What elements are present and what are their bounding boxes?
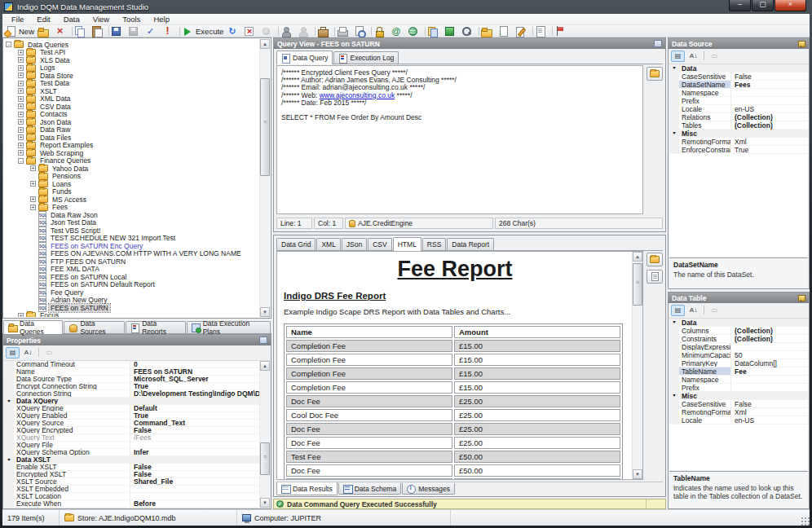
toolbar-button[interactable] (297, 25, 314, 37)
scrollbar-thumb[interactable] (633, 263, 642, 306)
toolbar-button[interactable]: New (4, 25, 37, 37)
property-row[interactable]: ▾ Namespace (669, 89, 808, 97)
tree-item[interactable]: + CSV Data (4, 103, 259, 111)
property-value[interactable]: Fees (731, 81, 808, 89)
menu-item[interactable]: Tools (116, 15, 147, 24)
tree-item[interactable]: + Data Raw (4, 126, 259, 134)
results-format-tab[interactable]: JSon (342, 238, 367, 250)
scroll-up-arrow-icon[interactable]: ▲ (260, 39, 270, 49)
property-value[interactable]: (Collection) (731, 121, 808, 130)
categorized-view-button[interactable]: ▤ (6, 347, 20, 359)
tree-item[interactable]: + Logs (4, 64, 259, 73)
property-row[interactable]: ▾ XQuery Text /Fees (4, 434, 259, 442)
toolbar-button[interactable] (161, 25, 179, 37)
tree-item[interactable]: TEST SCHEDULE NEW 321 Import Test (4, 235, 259, 243)
results-format-tab[interactable]: RSS (422, 238, 446, 250)
report-scrollbar[interactable]: ▲ ▼ (632, 252, 642, 479)
toolbar-button[interactable] (461, 25, 478, 37)
maximize-button[interactable]: ▢ (752, 0, 774, 11)
property-row[interactable]: ▾ XSLT Embedded (4, 486, 259, 493)
left-panel-tab[interactable]: Data Reports (126, 321, 185, 333)
property-row[interactable]: ▾ RemotingFormat Xml (669, 138, 808, 146)
tree-item[interactable]: + Test Data (4, 80, 259, 88)
toolbar-button[interactable] (514, 25, 532, 37)
tree-expander-icon[interactable]: + (18, 150, 24, 156)
toolbar-button[interactable] (90, 25, 108, 37)
toolbar-button[interactable] (497, 25, 514, 37)
property-value[interactable]: (Collection) (731, 327, 808, 335)
tree-expander-icon[interactable]: + (18, 65, 24, 71)
tree-item[interactable]: + Fees (4, 204, 259, 212)
property-value[interactable]: False (731, 73, 808, 81)
tree-item[interactable]: FEES ON AJEVANS.COM HTTP WITH A VERY LON… (4, 250, 259, 258)
tree-expander-icon[interactable]: + (18, 81, 24, 86)
properties-scrollbar[interactable]: ▲ ▼ (259, 361, 270, 508)
property-row[interactable]: ▾ DisplayExpression (669, 343, 808, 351)
categorized-view-button[interactable]: ▤ (671, 51, 685, 62)
toolbar-button[interactable] (73, 25, 90, 37)
property-row[interactable]: ▾ PrimaryKey DataColumn[] (669, 359, 808, 367)
property-value[interactable]: (Collection) (731, 113, 808, 121)
toolbar-button[interactable] (144, 25, 161, 37)
property-value[interactable]: Infer (130, 448, 259, 456)
property-value[interactable]: True (731, 146, 808, 154)
tree-item[interactable]: + XSLT (4, 87, 259, 95)
property-row[interactable]: ▾ Data (669, 319, 808, 327)
property-value[interactable]: False (731, 400, 808, 408)
tree-expander-icon[interactable]: + (18, 50, 24, 55)
toolbar-button[interactable] (37, 25, 54, 37)
property-row[interactable]: ▾ DataSetName Fees (669, 81, 808, 89)
tree-item[interactable]: + Json Data (4, 118, 259, 126)
toolbar-button[interactable] (260, 25, 277, 37)
tree-item[interactable]: + Report Examples (4, 142, 259, 150)
results-format-tab[interactable]: CSV (368, 238, 391, 250)
property-value[interactable]: 50 (731, 351, 808, 359)
tree-expander-icon[interactable]: + (18, 313, 24, 317)
query-view-tab[interactable]: Execution Log (333, 51, 399, 64)
tree-item[interactable]: + XML Data (4, 95, 259, 103)
open-query-file-button[interactable] (647, 67, 663, 81)
menu-item[interactable]: View (86, 15, 116, 24)
categorized-view-button[interactable]: ▤ (671, 305, 685, 316)
toolbar-button[interactable] (353, 25, 370, 37)
tree-expander-icon[interactable]: + (30, 181, 36, 187)
toolbar-button[interactable] (127, 25, 144, 37)
tree-item[interactable]: Test VBS Script! (4, 227, 259, 235)
property-value[interactable]: Fee (731, 367, 808, 376)
toolbar-button[interactable] (110, 25, 127, 37)
tree-item[interactable]: + Contacts (4, 111, 259, 119)
property-value[interactable]: (Collection) (731, 335, 808, 343)
tree-item[interactable]: FEES on SATURN (4, 304, 259, 312)
toolbar-button[interactable] (54, 25, 71, 37)
toolbar-button[interactable] (316, 25, 333, 37)
tree-expander-icon[interactable]: + (18, 73, 24, 78)
tree-expander-icon[interactable]: + (18, 103, 24, 109)
scrollbar-thumb[interactable] (260, 442, 270, 475)
tree-expander-icon[interactable]: + (18, 119, 24, 125)
tree-item[interactable]: + Data Store (4, 72, 259, 80)
toolbar-button[interactable] (336, 25, 353, 37)
minimize-button[interactable]: – (729, 0, 751, 11)
close-button[interactable]: × (774, 0, 806, 11)
tree-item[interactable]: + Data Files (4, 134, 259, 142)
tree-expander-icon[interactable]: - (18, 158, 24, 164)
tree-item[interactable]: Data Raw Json (4, 211, 259, 219)
property-row[interactable]: ▾ Locale en-US (669, 416, 808, 425)
property-row[interactable]: ▾ XQuery Schema Option Infer (4, 449, 259, 456)
tree-expander-icon[interactable]: + (30, 165, 36, 171)
property-row[interactable]: ▾ CaseSensitive False (669, 400, 808, 408)
results-format-tab[interactable]: XML (316, 238, 340, 250)
sql-editor[interactable]: /****** Encrypted Client Fees Query ****… (276, 65, 643, 214)
toolbar-button[interactable] (243, 25, 260, 37)
view-report-source-button[interactable] (647, 270, 663, 284)
tree-item[interactable]: FEES on SATURN Enc Query (4, 242, 259, 250)
tree-item[interactable]: FEE XML DATA (4, 266, 259, 274)
tree-expander-icon[interactable]: + (18, 96, 24, 102)
tree-item[interactable]: Fee Query (4, 288, 259, 297)
menu-item[interactable]: File (5, 15, 30, 24)
pin-icon[interactable] (797, 40, 805, 48)
property-value[interactable]: Before (130, 499, 259, 508)
property-row[interactable]: ▾ Misc (669, 392, 808, 400)
property-value[interactable]: Shared_File (130, 477, 259, 486)
tree-expander-icon[interactable]: + (18, 143, 24, 148)
